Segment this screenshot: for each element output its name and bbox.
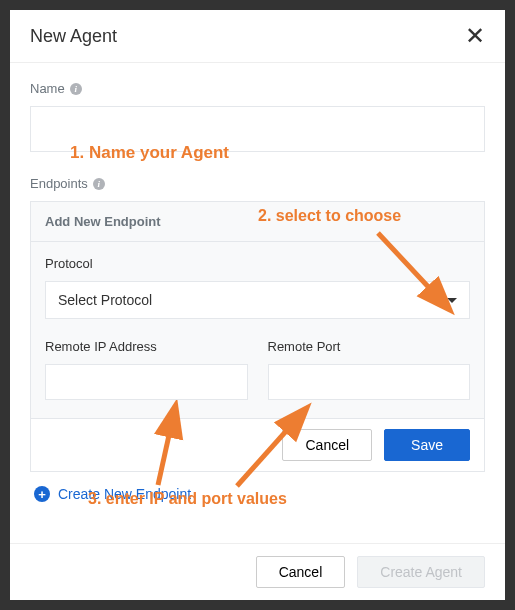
endpoint-save-button[interactable]: Save (384, 429, 470, 461)
modal-title: New Agent (30, 26, 117, 47)
chevron-down-icon (447, 298, 457, 303)
protocol-select[interactable]: Select Protocol (45, 281, 470, 319)
create-endpoint-label: Create New Endpoint (58, 486, 191, 502)
name-input[interactable] (30, 106, 485, 152)
endpoints-label: Endpoints (30, 176, 88, 191)
endpoints-label-row: Endpoints i (30, 176, 485, 191)
remote-ip-input[interactable] (45, 364, 248, 400)
endpoint-footer: Cancel Save (31, 418, 484, 471)
info-icon[interactable]: i (93, 178, 105, 190)
remote-port-label: Remote Port (268, 339, 471, 354)
remote-ip-label: Remote IP Address (45, 339, 248, 354)
create-agent-button: Create Agent (357, 556, 485, 588)
endpoint-card-body: Protocol Select Protocol Remote IP Addre… (31, 242, 484, 418)
protocol-label: Protocol (45, 256, 470, 271)
endpoint-card-title: Add New Endpoint (31, 202, 484, 242)
modal-body: Name i Endpoints i Add New Endpoint Prot… (10, 63, 505, 526)
endpoint-card: Add New Endpoint Protocol Select Protoco… (30, 201, 485, 472)
protocol-selected: Select Protocol (58, 292, 152, 308)
close-icon[interactable]: ✕ (465, 24, 485, 48)
remote-port-input[interactable] (268, 364, 471, 400)
info-icon[interactable]: i (70, 83, 82, 95)
name-label: Name (30, 81, 65, 96)
plus-circle-icon: + (34, 486, 50, 502)
name-label-row: Name i (30, 81, 485, 96)
new-agent-modal: New Agent ✕ Name i Endpoints i Add New E… (10, 10, 505, 600)
cancel-button[interactable]: Cancel (256, 556, 346, 588)
endpoint-cancel-button[interactable]: Cancel (282, 429, 372, 461)
modal-footer: Cancel Create Agent (10, 543, 505, 600)
modal-header: New Agent ✕ (10, 10, 505, 63)
create-endpoint-link[interactable]: + Create New Endpoint (30, 472, 485, 516)
